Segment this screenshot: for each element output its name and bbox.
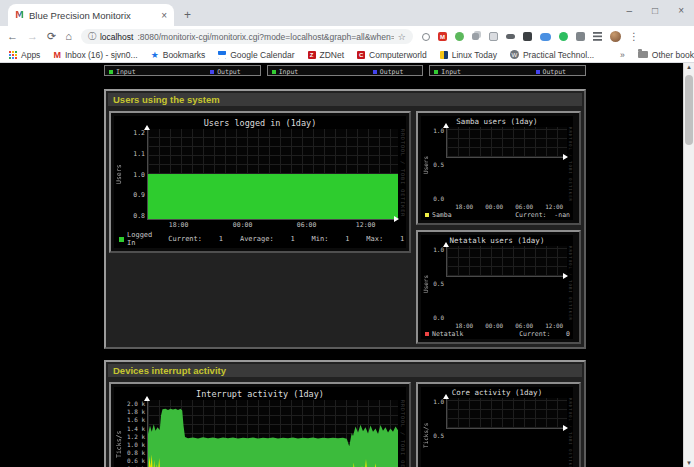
logged-in-swatch [119, 237, 124, 242]
y-axis-ticks: 2.0 k1.8 k1.6 k1.4 k1.2 k1.0 k0.8 k0.6 k… [123, 400, 147, 467]
graph-legend: Netatalk Current: 0 [421, 328, 573, 339]
minimize-button[interactable]: – [627, 5, 633, 16]
bookmark-apps[interactable]: Apps [9, 50, 40, 60]
y-axis-label: Users [114, 129, 123, 220]
tab-list-icon[interactable] [593, 32, 602, 42]
section-interrupts-title: Devices interrupt activity [108, 364, 582, 377]
folder-icon [638, 51, 648, 58]
scrollbar-thumb[interactable] [685, 75, 693, 145]
net-graph-partial[interactable]: Input Output [267, 65, 424, 76]
bookmark-linux-today[interactable]: Linux Today [440, 50, 497, 60]
y-axis-arrow-icon [443, 394, 449, 399]
net-graph-partial[interactable]: Input Output [429, 65, 586, 76]
plot-area [446, 246, 567, 277]
page-viewport: Input Output Input Output Input Output U… [0, 63, 694, 467]
y-axis-label: Users [421, 127, 429, 202]
output-legend-swatch [210, 70, 214, 74]
bookmark-practical-technology[interactable]: WPractical Technol... [510, 50, 594, 60]
page-scrollbar[interactable]: ▲ ▼ [683, 63, 694, 467]
reader-extension-icon[interactable] [506, 34, 515, 39]
apps-grid-icon [9, 51, 11, 53]
section-users-body: Users logged in (1day) Users 1.21.11.00.… [106, 108, 584, 347]
page-info-icon[interactable]: ⓘ [88, 31, 96, 42]
bookmark-zdnet[interactable]: ZZDNet [308, 50, 345, 60]
linux-today-icon [440, 51, 448, 59]
extensions-puzzle-icon[interactable] [576, 32, 585, 41]
x-axis-arrow-icon [563, 273, 568, 279]
monitorix-content: Input Output Input Output Input Output U… [104, 65, 586, 467]
plot-area [147, 129, 398, 220]
browser-toolbar: ← → ⟳ ⌂ ⓘ localhost :8080/monitorix-cgi/… [0, 26, 694, 47]
scroll-up-icon[interactable]: ▲ [686, 64, 692, 70]
output-legend-swatch [373, 70, 377, 74]
new-tab-button[interactable]: + [184, 9, 191, 21]
users-logged-in-graph[interactable]: Users logged in (1day) Users 1.21.11.00.… [109, 111, 411, 253]
bookmark-gmail-inbox[interactable]: MInbox (16) - sjvn0... [53, 50, 137, 60]
y-axis-arrow-icon [144, 125, 150, 130]
users-right-column: Samba users (1day) Users 1.00.50.0 [416, 111, 581, 344]
x-axis-arrow-icon [563, 425, 568, 431]
evernote-extension-icon[interactable] [559, 32, 568, 41]
gmail-extension-icon[interactable]: M [438, 32, 447, 41]
reload-icon[interactable]: ⟳ [47, 31, 56, 42]
bookmarks-overflow-chevron[interactable]: » [620, 50, 625, 60]
tab-title: Blue Precision Monitorix [29, 10, 156, 21]
previous-graphs-partial-row: Input Output Input Output Input Output [104, 65, 586, 76]
bookmark-google-calendar[interactable]: Google Calendar [218, 50, 294, 60]
input-legend-swatch [272, 70, 276, 74]
y-axis-ticks: 1.00.50.0 [429, 398, 446, 467]
samba-users-graph[interactable]: Samba users (1day) Users 1.00.50.0 [416, 111, 581, 225]
rrdtool-watermark: RRDTOOL / TOBI OETIKER [398, 129, 406, 220]
address-bar[interactable]: ⓘ localhost :8080/monitorix-cgi/monitori… [81, 29, 413, 44]
profile-avatar[interactable] [610, 31, 621, 42]
scroll-down-icon[interactable]: ▼ [686, 460, 692, 466]
search-extension-icon[interactable] [422, 33, 430, 41]
extension-icons: M ⋮ [422, 31, 639, 42]
copy-pages-extension-icon[interactable] [472, 33, 479, 40]
y-axis-label: Ticks/s [421, 398, 429, 467]
plot-area [147, 400, 398, 467]
graph-title: Interrupt activity (1day) [114, 387, 406, 400]
bookmark-star-icon[interactable]: ☆ [398, 32, 406, 42]
notes-extension-icon[interactable] [489, 32, 498, 41]
tab-strip: M Blue Precision Monitorix × + – □ × [0, 0, 694, 26]
bookmark-computerworld[interactable]: CComputerworld [357, 50, 427, 60]
section-users-title: Users using the system [108, 93, 582, 106]
graph-title: Users logged in (1day) [114, 116, 406, 129]
bookmarks-bar: Apps MInbox (16) - sjvn0... ★Bookmarks G… [0, 47, 694, 63]
home-icon[interactable]: ⌂ [65, 31, 72, 42]
y-axis-ticks: 1.21.11.00.90.8 [123, 129, 147, 220]
y-axis-ticks: 1.00.50.0 [429, 246, 446, 321]
graph-legend: Samba Current: -nan [421, 209, 573, 220]
netatalk-swatch [425, 332, 429, 336]
window-controls: – □ × [627, 5, 684, 16]
core-activity-graph[interactable]: Core activity (1day) Ticks/s 1.00.50.0 [416, 382, 581, 467]
close-button[interactable]: × [678, 5, 684, 16]
y-axis-label: Users [421, 246, 429, 321]
dark-extension-icon[interactable] [523, 32, 532, 41]
url-path: :8080/monitorix-cgi/monitorix.cgi?mode=l… [137, 32, 393, 42]
maximize-button[interactable]: □ [652, 5, 658, 16]
interrupt-activity-graph[interactable]: Interrupt activity (1day) Ticks/s 2.0 k1… [109, 382, 411, 467]
graph-stats: Current: 1 Average: 1 Min: 1 Max: 1 [168, 235, 404, 243]
back-icon[interactable]: ← [7, 31, 18, 42]
netatalk-users-graph[interactable]: Netatalk users (1day) Users 1.00.50.0 [416, 230, 581, 344]
calendar-icon [218, 51, 226, 59]
samba-swatch [425, 213, 429, 217]
graph-legend: Logged In Current: 1 Average: 1 Min: 1 M… [114, 228, 406, 248]
forward-icon[interactable]: → [27, 31, 38, 42]
net-graph-partial[interactable]: Input Output [104, 65, 261, 76]
blue-pill-extension-icon[interactable] [540, 33, 551, 41]
menu-kebab-icon[interactable]: ⋮ [629, 31, 639, 42]
tab-close-icon[interactable]: × [161, 10, 167, 21]
feedly-extension-icon[interactable] [455, 32, 464, 41]
x-axis-ticks: 18:00 00:00 06:00 12:00 [146, 220, 397, 228]
rrdtool-watermark: RRDTOOL / TOBI OETIKER [567, 246, 573, 321]
tab-blue-precision-monitorix[interactable]: M Blue Precision Monitorix × [8, 4, 174, 26]
graph-current: Current: -nan [515, 211, 570, 219]
other-bookmarks-button[interactable]: Other bookmarks [638, 50, 694, 60]
section-interrupts-body: Interrupt activity (1day) Ticks/s 2.0 k1… [106, 379, 584, 467]
bookmark-bookmarks[interactable]: ★Bookmarks [151, 50, 206, 60]
x-axis-ticks: 18:00 00:00 06:00 12:00 [445, 321, 565, 328]
x-axis-ticks: 18:00 00:00 06:00 12:00 [445, 202, 565, 209]
